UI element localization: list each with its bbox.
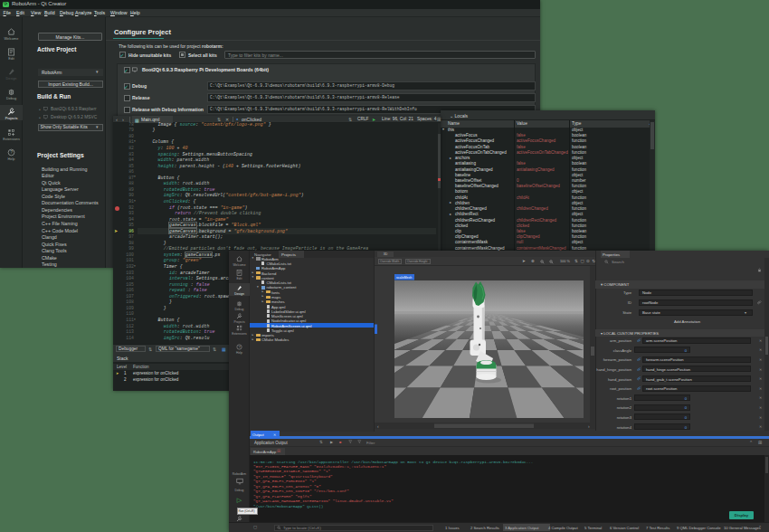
svg-text:scaleMesh: scaleMesh	[396, 276, 412, 280]
svg-text:?: ?	[10, 150, 13, 155]
svg-text:?: ?	[238, 346, 240, 349]
